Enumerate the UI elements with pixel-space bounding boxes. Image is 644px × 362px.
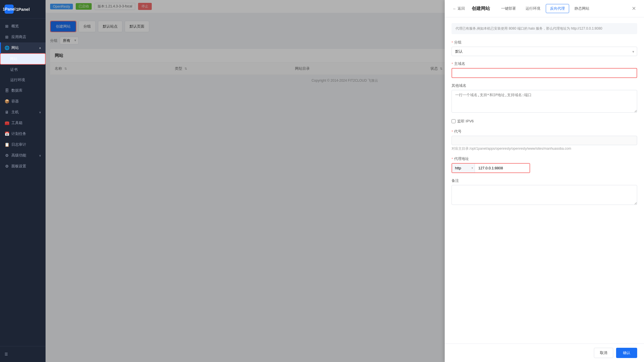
logo-text-inner: 1Panel (3, 7, 15, 11)
drawer-close-button[interactable]: ✕ (629, 4, 638, 13)
proxy-address-input[interactable] (475, 164, 530, 172)
drawer-tabs: 一键部署 运行环境 反向代理 静态网站 (495, 4, 629, 13)
required-star-alias: * (452, 129, 453, 134)
other-domains-label: 其他域名 (452, 83, 637, 88)
sidebar-item-settings[interactable]: ⚙ 面板设置 (0, 161, 46, 172)
proxy-addr-label: * 代理地址 (452, 156, 637, 161)
alias-hint: 对应主目录:/opt/1panel/apps/openresty/openres… (452, 146, 637, 151)
ipv6-checkbox-group: 监听 IPV6 (452, 119, 637, 124)
sidebar-item-container[interactable]: 📦 容器 (0, 96, 46, 107)
form-group-ipv6: 监听 IPV6 (452, 119, 637, 124)
sidebar-item-logs[interactable]: 📋 日志审计 (0, 139, 46, 150)
tab-static-site[interactable]: 静态网站 (570, 4, 594, 13)
group-select-wrap: 默认 ▾ (452, 47, 637, 56)
sidebar-item-cert-label: 证书 (10, 67, 18, 72)
sidebar-item-website[interactable]: 🌐 网站 ∧ (0, 42, 46, 53)
container-icon: 📦 (5, 99, 9, 104)
sidebar-item-database[interactable]: 🗄 数据库 (0, 85, 46, 96)
drawer: ← 返回 创建网站 一键部署 运行环境 反向代理 静态网站 ✕ (445, 0, 644, 362)
drawer-title: 创建网站 (467, 6, 495, 12)
sidebar-item-website-sub-label: 网站 (10, 56, 17, 61)
drawer-back-label: 返回 (458, 6, 465, 11)
sidebar: 1Panel 1Panel ⊞ 概览 ⊞ 应用商店 🌐 网站 ∧ 网站 证书 运… (0, 0, 46, 362)
required-star-domain: * (452, 62, 453, 66)
form-group-domain: * 主域名 (452, 61, 637, 78)
group-select[interactable]: 默认 (452, 47, 637, 56)
sidebar-item-appstore[interactable]: ⊞ 应用商店 (0, 32, 46, 42)
alias-input[interactable] (452, 136, 637, 145)
host-arrow-icon: ∨ (39, 111, 41, 114)
logs-icon: 📋 (5, 142, 9, 147)
drawer-back-button[interactable]: ← 返回 (450, 5, 467, 12)
form-group-proxy-addr: * 代理地址 http https ▾ (452, 156, 637, 173)
domain-input[interactable] (452, 68, 637, 78)
form-group-alias: * 代号 对应主目录:/opt/1panel/apps/openresty/op… (452, 129, 637, 151)
host-icon: 🖥 (5, 110, 9, 114)
sidebar-bottom: ☰ (0, 346, 46, 362)
settings-icon: ⚙ (5, 164, 9, 168)
group-label: * 分组 (452, 40, 637, 45)
sidebar-item-settings-label: 面板设置 (11, 164, 26, 169)
database-icon: 🗄 (5, 88, 9, 93)
menu-icon: ☰ (5, 352, 8, 356)
sidebar-item-tasks-label: 计划任务 (11, 131, 26, 136)
website-expand-arrow: ∧ (39, 46, 41, 50)
drawer-footer: 取消 确认 (445, 344, 644, 362)
tab-runtime-env[interactable]: 运行环境 (521, 4, 545, 13)
logo-icon: 1Panel (5, 5, 14, 14)
required-star-proxy: * (452, 157, 453, 161)
advanced-icon: ⚙ (5, 153, 9, 158)
sidebar-logo: 1Panel 1Panel (0, 0, 46, 18)
ipv6-checkbox[interactable] (452, 119, 456, 123)
ipv6-label[interactable]: 监听 IPV6 (457, 119, 474, 124)
overview-icon: ⊞ (5, 24, 9, 28)
proxy-protocol-wrap: http https ▾ (452, 164, 475, 172)
sidebar-item-host-label: 主机 (11, 110, 19, 115)
form-group-other-domains: 其他域名 (452, 83, 637, 114)
sidebar-item-overview[interactable]: ⊞ 概览 (0, 21, 46, 32)
form-group-group: * 分组 默认 ▾ (452, 40, 637, 56)
app-name: 1Panel (16, 7, 30, 12)
tasks-icon: 📅 (5, 131, 9, 136)
hint-box: 代理已有服务,例如本机已安装使用 8080 端口的 halo 服务，那么代理地址… (452, 23, 637, 34)
sidebar-item-runtime-label: 运行环境 (10, 77, 25, 83)
drawer-body: 代理已有服务,例如本机已安装使用 8080 端口的 halo 服务，那么代理地址… (445, 17, 644, 344)
other-domains-textarea[interactable] (452, 90, 637, 113)
tab-reverse-proxy[interactable]: 反向代理 (546, 4, 569, 13)
cancel-button[interactable]: 取消 (594, 348, 613, 358)
sidebar-navigation: ⊞ 概览 ⊞ 应用商店 🌐 网站 ∧ 网站 证书 运行环境 🗄 数据库 📦 容器 (0, 18, 46, 346)
sidebar-item-advanced[interactable]: ⚙ 高级功能 ∨ (0, 150, 46, 161)
sidebar-item-website-sub[interactable]: 网站 (0, 53, 46, 65)
tab-quick-deploy[interactable]: 一键部署 (497, 4, 520, 13)
notes-label: 备注 (452, 178, 637, 183)
sidebar-item-container-label: 容器 (11, 99, 19, 104)
domain-label: * 主域名 (452, 61, 637, 66)
confirm-button[interactable]: 确认 (616, 348, 637, 358)
form-group-notes: 备注 (452, 178, 637, 206)
sidebar-bottom-menu[interactable]: ☰ (5, 350, 41, 359)
advanced-arrow-icon: ∨ (39, 154, 41, 157)
required-star-group: * (452, 40, 453, 45)
sidebar-item-host[interactable]: 🖥 主机 ∨ (0, 107, 46, 118)
sidebar-item-database-label: 数据库 (11, 88, 22, 93)
alias-label: * 代号 (452, 129, 637, 134)
notes-textarea[interactable] (452, 185, 637, 205)
proxy-protocol-select[interactable]: http https (452, 164, 475, 172)
sidebar-item-appstore-label: 应用商店 (11, 34, 26, 40)
drawer-header: ← 返回 创建网站 一键部署 运行环境 反向代理 静态网站 ✕ (445, 0, 644, 17)
main-content: OpenResty 已启动 版本:1.21.4.3-3-3-focal 停止 创… (46, 0, 644, 362)
proxy-addr-group: http https ▾ (452, 163, 530, 173)
sidebar-item-advanced-label: 高级功能 (11, 153, 26, 158)
sidebar-item-cert[interactable]: 证书 (0, 65, 46, 75)
sidebar-item-runtime[interactable]: 运行环境 (0, 75, 46, 85)
toolbox-icon: 🧰 (5, 121, 9, 125)
sidebar-item-tasks[interactable]: 📅 计划任务 (0, 128, 46, 139)
sidebar-item-logs-label: 日志审计 (11, 142, 26, 147)
back-arrow-icon: ← (453, 7, 456, 11)
sidebar-item-website-label: 网站 (11, 45, 19, 50)
sidebar-item-toolbox-label: 工具箱 (11, 120, 22, 126)
appstore-icon: ⊞ (5, 35, 9, 39)
website-icon: 🌐 (5, 46, 9, 50)
sidebar-item-toolbox[interactable]: 🧰 工具箱 (0, 118, 46, 128)
sidebar-item-overview-label: 概览 (11, 24, 19, 29)
